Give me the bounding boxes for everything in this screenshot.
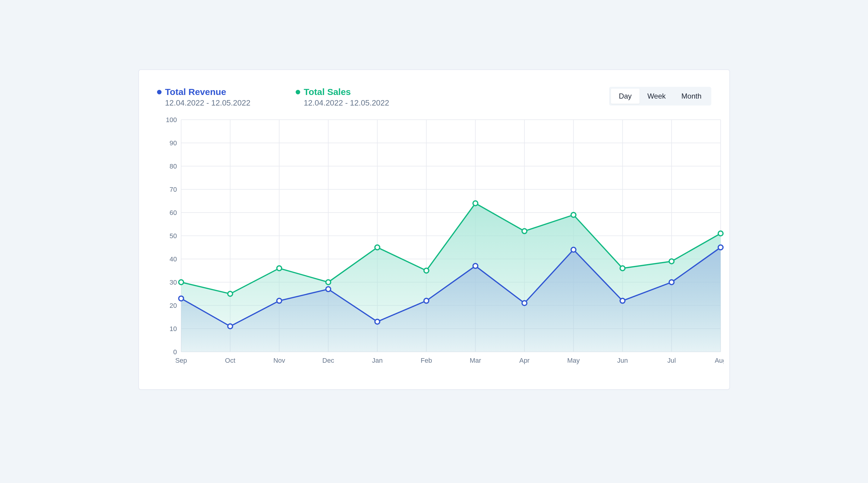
point[interactable] [179, 280, 184, 284]
point[interactable] [375, 245, 379, 250]
y-tick: 30 [169, 279, 177, 286]
point[interactable] [718, 245, 723, 250]
chart-area: 0102030405060708090100SepOctNovDecJanFeb… [157, 117, 711, 376]
y-tick: 60 [169, 209, 177, 216]
point[interactable] [669, 259, 674, 264]
y-tick: 20 [169, 302, 177, 309]
x-tick: Mar [470, 357, 481, 364]
x-tick: Aug [715, 357, 724, 364]
toggle-day[interactable]: Day [611, 89, 640, 104]
chart-card: Total Revenue 12.04.2022 - 12.05.2022 To… [138, 69, 730, 390]
point[interactable] [571, 213, 576, 217]
legend-sales: Total Sales 12.04.2022 - 12.05.2022 [296, 87, 389, 108]
point[interactable] [227, 292, 232, 296]
x-tick: Feb [421, 357, 432, 364]
y-tick: 10 [169, 325, 177, 333]
point[interactable] [179, 296, 184, 301]
toggle-month[interactable]: Month [674, 89, 710, 104]
legend-revenue-date: 12.04.2022 - 12.05.2022 [165, 98, 250, 108]
x-tick: Sep [175, 357, 187, 364]
toggle-week[interactable]: Week [640, 89, 674, 104]
y-tick: 70 [169, 186, 177, 193]
point[interactable] [326, 287, 331, 292]
point[interactable] [375, 319, 379, 324]
period-toggle: DayWeekMonth [609, 87, 711, 105]
x-tick: Nov [273, 357, 285, 364]
y-tick: 0 [173, 348, 177, 356]
point[interactable] [424, 268, 429, 273]
point[interactable] [473, 201, 478, 206]
legend-sales-label: Total Sales [304, 87, 351, 97]
x-tick: Jul [667, 357, 676, 364]
x-tick: Jun [617, 357, 627, 364]
x-tick: Apr [519, 357, 529, 364]
y-tick: 80 [169, 162, 177, 170]
legend-revenue: Total Revenue 12.04.2022 - 12.05.2022 [157, 87, 250, 108]
point[interactable] [571, 247, 576, 252]
y-tick: 100 [166, 117, 177, 124]
y-tick: 40 [169, 255, 177, 263]
point[interactable] [473, 264, 478, 268]
x-tick: Jan [372, 357, 382, 364]
point[interactable] [227, 324, 232, 329]
y-tick: 90 [169, 139, 177, 147]
chart-header: Total Revenue 12.04.2022 - 12.05.2022 To… [157, 87, 711, 108]
point[interactable] [718, 231, 723, 236]
legend-revenue-dot [157, 90, 161, 94]
x-tick: May [567, 357, 580, 364]
legend-sales-date: 12.04.2022 - 12.05.2022 [304, 98, 389, 108]
point[interactable] [326, 280, 331, 284]
point[interactable] [277, 266, 281, 271]
legend-group: Total Revenue 12.04.2022 - 12.05.2022 To… [157, 87, 390, 108]
point[interactable] [620, 266, 625, 271]
x-tick: Oct [225, 357, 235, 364]
legend-sales-dot [296, 90, 300, 94]
point[interactable] [277, 299, 281, 303]
x-tick: Dec [322, 357, 334, 364]
y-tick: 50 [169, 232, 177, 240]
area-chart: 0102030405060708090100SepOctNovDecJanFeb… [157, 117, 724, 376]
point[interactable] [522, 229, 527, 234]
point[interactable] [522, 301, 527, 305]
legend-revenue-label: Total Revenue [165, 87, 226, 97]
point[interactable] [424, 299, 429, 303]
point[interactable] [669, 280, 674, 284]
point[interactable] [620, 299, 625, 303]
